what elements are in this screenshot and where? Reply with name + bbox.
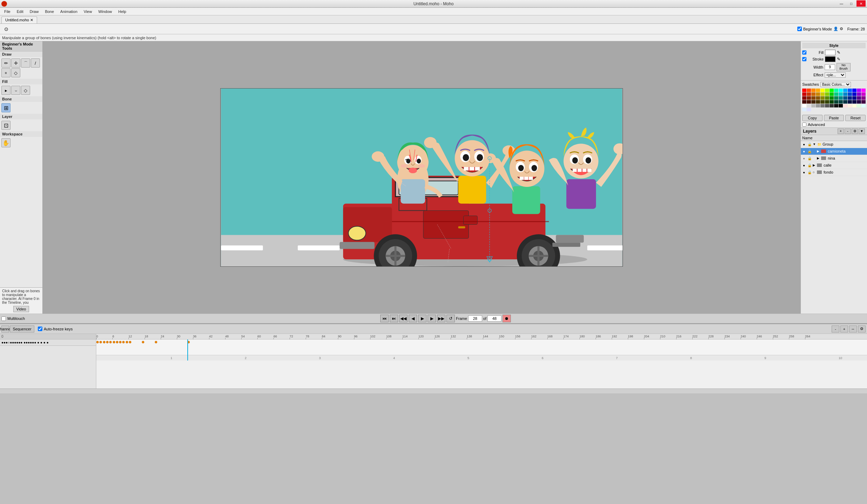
current-frame-input[interactable] <box>468 315 482 322</box>
layer-row-fondo[interactable]: ● 🔒 ○ fondo <box>801 169 867 176</box>
menu-help[interactable]: Help <box>116 9 129 14</box>
swatch-cell[interactable] <box>807 96 811 100</box>
swatch-cell[interactable] <box>807 108 811 111</box>
swatch-cell[interactable] <box>852 96 856 100</box>
swatch-cell[interactable] <box>848 104 852 107</box>
swatch-cell[interactable] <box>857 92 861 96</box>
swatch-cell[interactable] <box>820 92 825 96</box>
layer-vis-icon2[interactable]: ● <box>802 149 806 154</box>
tl-channels-button[interactable]: Channels <box>1 326 9 332</box>
layer-lock-icon[interactable]: 🔒 <box>807 142 812 147</box>
transform-tool[interactable]: ✛ <box>11 58 20 68</box>
menu-bone[interactable]: Bone <box>42 9 57 14</box>
fill2-tool[interactable]: ⌣ <box>11 86 20 95</box>
keyframe-dot[interactable] <box>116 341 118 343</box>
timeline-scrollbar-h[interactable] <box>0 388 867 393</box>
auto-freeze-checkbox[interactable] <box>38 327 42 331</box>
minimize-button[interactable]: — <box>837 0 846 7</box>
stroke-edit-icon[interactable]: ✎ <box>837 57 840 62</box>
paste-swatch-button[interactable]: Paste <box>824 115 844 121</box>
layer-lock-icon2[interactable]: 🔒 <box>807 149 812 154</box>
fill-color-swatch[interactable] <box>825 50 835 55</box>
swatch-cell[interactable] <box>848 92 852 96</box>
keyframe-dot[interactable] <box>122 341 125 343</box>
swatch-cell[interactable] <box>852 100 856 104</box>
tl-settings[interactable]: ⚙ <box>858 326 866 332</box>
swatch-cell[interactable] <box>848 100 852 104</box>
layer-nina-expand[interactable]: ▶ <box>817 156 821 160</box>
canvas-area[interactable] <box>43 41 800 314</box>
layer-vis-icon4[interactable]: ● <box>802 163 806 168</box>
swatch-cell[interactable] <box>816 100 820 104</box>
keyframe-dot[interactable] <box>113 341 115 343</box>
layer-lock-icon3[interactable]: 🔒 <box>807 156 812 161</box>
layer-transform-tool[interactable]: ⊡ <box>1 121 11 130</box>
swatch-cell[interactable] <box>843 96 847 100</box>
layer-row-group[interactable]: ● 🔒 ▼ 📁 Group <box>801 141 867 148</box>
swatch-cell[interactable] <box>807 100 811 104</box>
menu-edit[interactable]: Edit <box>14 9 26 14</box>
swatch-cell[interactable] <box>802 104 806 107</box>
beginner-mode-checkbox[interactable] <box>797 27 802 31</box>
effect-select[interactable]: <ple... <box>825 72 846 78</box>
swatch-cell[interactable] <box>811 96 816 100</box>
swatch-cell[interactable] <box>811 100 816 104</box>
swatch-cell[interactable] <box>802 108 806 111</box>
swatch-cell[interactable] <box>802 100 806 104</box>
layer-camioneta-expand[interactable]: ▶ <box>817 149 821 153</box>
swatch-cell[interactable] <box>820 104 825 107</box>
swatch-cell[interactable] <box>830 100 834 104</box>
swatch-cell[interactable] <box>825 100 829 104</box>
layer-vis-icon[interactable]: ● <box>802 142 806 147</box>
swatch-cell[interactable] <box>843 89 847 92</box>
swatches-preset-select[interactable]: Basic Colors... <box>820 82 851 87</box>
advanced-checkbox[interactable] <box>802 122 806 127</box>
fill-checkbox[interactable] <box>802 50 806 55</box>
keyframe-dot[interactable] <box>103 341 105 343</box>
swatch-cell[interactable] <box>816 104 820 107</box>
swatch-cell[interactable] <box>857 104 861 107</box>
swatch-cell[interactable] <box>820 100 825 104</box>
swatch-cell[interactable] <box>820 89 825 92</box>
swatch-cell[interactable] <box>830 89 834 92</box>
tl-zoom-out[interactable]: - <box>832 326 839 332</box>
layer-row-calle[interactable]: ● 🔒 ▶ calle <box>801 162 867 169</box>
layers-add-button[interactable]: + <box>838 128 844 134</box>
pencil-tool[interactable]: ✏ <box>1 58 11 68</box>
menu-view[interactable]: View <box>81 9 95 14</box>
loop-button[interactable]: ↺ <box>446 315 455 322</box>
swatch-cell[interactable] <box>807 104 811 107</box>
document-tab[interactable]: Untitled.moho ✕ <box>1 16 37 23</box>
swatch-cell[interactable] <box>857 100 861 104</box>
swatch-cell[interactable] <box>825 92 829 96</box>
swatch-cell[interactable] <box>857 96 861 100</box>
swatch-cell[interactable] <box>825 104 829 107</box>
swatch-cell[interactable] <box>843 92 847 96</box>
keyframe-dot[interactable] <box>119 341 122 343</box>
total-frames-input[interactable] <box>487 315 501 322</box>
swatch-cell[interactable] <box>843 104 847 107</box>
swatch-cell[interactable] <box>830 104 834 107</box>
step-back-button[interactable]: ◀◀ <box>399 315 408 322</box>
swatch-cell[interactable] <box>861 96 866 100</box>
keyframe-dot[interactable] <box>109 341 112 343</box>
fill-tool[interactable]: ▸ <box>1 86 11 95</box>
layer-row-camioneta[interactable]: ● 🔒 ▶ camioneta <box>801 148 867 155</box>
swatch-cell[interactable] <box>834 96 838 100</box>
bone-manipulate-tool[interactable]: ⊞ <box>1 103 11 112</box>
swatch-cell[interactable] <box>820 96 825 100</box>
keyframe-dot[interactable] <box>106 341 109 343</box>
swatch-cell[interactable] <box>839 100 843 104</box>
swatch-cell[interactable] <box>816 96 820 100</box>
maximize-button[interactable]: □ <box>847 0 856 7</box>
swatch-cell[interactable] <box>807 92 811 96</box>
menu-window[interactable]: Window <box>96 9 115 14</box>
swatch-cell[interactable] <box>839 89 843 92</box>
tl-sequencer-button[interactable]: Sequencer <box>10 326 34 332</box>
swatch-cell[interactable] <box>834 104 838 107</box>
swatch-cell[interactable] <box>834 100 838 104</box>
swatch-cell[interactable] <box>811 104 816 107</box>
menu-animation[interactable]: Animation <box>57 9 80 14</box>
swatch-cell[interactable] <box>802 92 806 96</box>
layers-expand-button[interactable]: ▼ <box>859 128 865 134</box>
